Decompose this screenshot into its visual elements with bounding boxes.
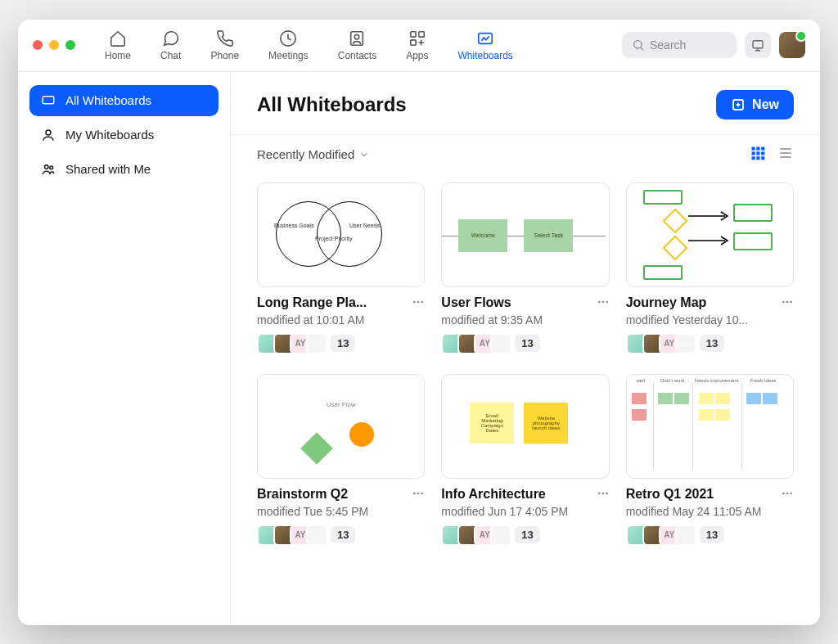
more-horizontal-icon [781, 295, 794, 308]
chat-icon [162, 29, 180, 47]
svg-point-12 [45, 164, 49, 169]
nav-label: Meetings [268, 50, 309, 61]
collaborators: AY 13 [441, 333, 609, 354]
more-horizontal-icon [412, 487, 425, 500]
nav-tab-phone[interactable]: Phone [205, 26, 244, 65]
sort-dropdown[interactable]: Recently Modified [257, 147, 369, 161]
collaborators: AY 13 [626, 525, 794, 546]
card-subtitle: modified Tue 5:45 PM [257, 505, 425, 518]
list-icon [777, 145, 794, 161]
svg-point-33 [782, 300, 785, 303]
contacts-icon [348, 29, 366, 47]
body: All Whiteboards My Whiteboards Shared wi… [18, 72, 820, 625]
svg-rect-18 [752, 151, 755, 155]
svg-point-43 [786, 492, 789, 494]
svg-point-7 [634, 41, 642, 48]
whiteboard-thumbnail[interactable]: Business Goals User Needs Project Priori… [257, 182, 425, 287]
card-subtitle: modified Yesterday 10... [626, 313, 794, 327]
collaborator-count: 13 [700, 526, 724, 543]
card-subtitle: modified at 9:35 AM [441, 313, 609, 327]
plus-icon [731, 97, 746, 112]
more-horizontal-icon [597, 295, 610, 308]
card-more-button[interactable] [597, 295, 610, 312]
new-whiteboard-button[interactable]: New [716, 90, 794, 119]
sidebar-item-shared[interactable]: Shared with Me [29, 154, 219, 185]
nav-tab-contacts[interactable]: Contacts [333, 26, 381, 65]
svg-point-35 [790, 300, 792, 303]
whiteboard-card: Journey Map modified Yesterday 10... AY … [626, 182, 794, 354]
nav-tab-chat[interactable]: Chat [155, 26, 186, 65]
card-more-button[interactable] [412, 295, 425, 312]
whiteboard-thumbnail[interactable]: User Flow [257, 374, 425, 479]
sidebar-item-my-whiteboards[interactable]: My Whiteboards [29, 119, 219, 151]
sidebar-item-all-whiteboards[interactable]: All Whiteboards [29, 85, 219, 116]
whiteboard-thumbnail[interactable]: Email Marketing Campaign Dates Website p… [441, 374, 609, 479]
avatar [306, 525, 327, 546]
card-more-button[interactable] [597, 487, 610, 503]
whiteboard-card: Business Goals User Needs Project Priori… [257, 182, 425, 354]
card-more-button[interactable] [781, 295, 794, 312]
svg-point-2 [355, 34, 360, 39]
svg-rect-21 [752, 156, 755, 160]
svg-rect-20 [761, 151, 764, 155]
svg-rect-19 [756, 151, 759, 155]
nav-tab-home[interactable]: Home [100, 26, 136, 65]
window-controls [33, 40, 75, 50]
whiteboard-thumbnail[interactable]: Welcome Select Task [441, 182, 609, 287]
main-header: All Whiteboards New [231, 72, 820, 134]
more-horizontal-icon [597, 487, 610, 500]
nav-label: Phone [210, 50, 239, 61]
whiteboard-icon [41, 93, 56, 108]
search-input[interactable]: Search [622, 32, 737, 58]
grid-view-toggle[interactable] [750, 145, 766, 164]
svg-point-41 [606, 492, 608, 494]
svg-point-44 [790, 492, 792, 494]
svg-point-31 [601, 300, 604, 303]
nav-label: Whiteboards [458, 50, 513, 61]
clock-icon [279, 29, 297, 47]
sidebar: All Whiteboards My Whiteboards Shared wi… [18, 72, 231, 625]
collaborator-count: 13 [331, 335, 355, 352]
list-view-toggle[interactable] [777, 145, 794, 164]
svg-rect-17 [761, 146, 764, 150]
svg-point-36 [413, 492, 416, 494]
svg-rect-16 [756, 146, 759, 150]
svg-point-13 [50, 165, 53, 169]
avatar [490, 333, 511, 354]
nav-tab-whiteboards[interactable]: Whiteboards [453, 26, 518, 65]
svg-point-29 [421, 300, 424, 303]
page-title: All Whiteboards [257, 93, 407, 116]
collaborators: AY 13 [441, 525, 609, 546]
phone-icon [216, 29, 234, 47]
svg-point-30 [598, 300, 601, 303]
user-icon [41, 128, 56, 142]
svg-rect-4 [419, 31, 424, 36]
nav-tab-meetings[interactable]: Meetings [264, 26, 313, 65]
top-bar: Home Chat Phone Meetings [18, 20, 820, 72]
whiteboard-thumbnail[interactable] [626, 182, 794, 287]
card-more-button[interactable] [781, 487, 794, 503]
apps-icon [408, 29, 426, 47]
sidebar-item-label: All Whiteboards [65, 93, 151, 107]
minimize-window-button[interactable] [49, 40, 59, 50]
search-placeholder: Search [650, 38, 686, 52]
whiteboard-thumbnail[interactable]: well Didn't work Needs improvement Fresh… [626, 374, 794, 479]
card-title: Retro Q1 2021 [626, 487, 714, 502]
whiteboard-card: Welcome Select Task User Flows modified … [441, 182, 609, 354]
svg-rect-5 [411, 39, 416, 44]
collaborator-count: 13 [331, 526, 355, 543]
avatar [675, 525, 696, 546]
nav-tab-apps[interactable]: Apps [401, 26, 433, 65]
close-window-button[interactable] [33, 40, 43, 50]
card-more-button[interactable] [412, 487, 425, 503]
search-icon [632, 38, 645, 52]
profile-avatar[interactable] [779, 32, 805, 58]
card-title: Info Architecture [441, 487, 545, 502]
chevron-down-icon [359, 150, 369, 160]
more-horizontal-icon [781, 487, 794, 500]
svg-rect-15 [752, 146, 755, 150]
screen-share-icon [750, 38, 765, 52]
maximize-window-button[interactable] [65, 40, 75, 50]
host-button[interactable] [745, 32, 771, 58]
svg-point-11 [46, 130, 51, 135]
